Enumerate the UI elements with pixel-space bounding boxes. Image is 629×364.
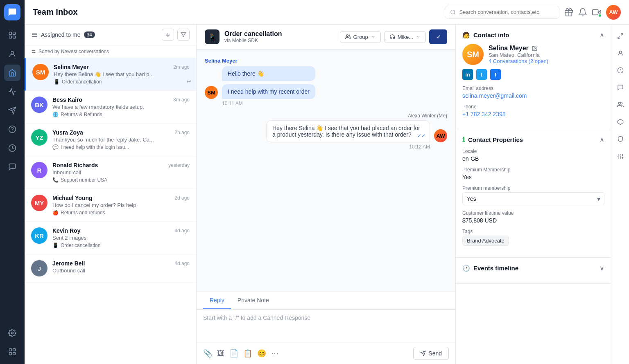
notification-icon-wrap[interactable]	[578, 8, 587, 17]
nav-help[interactable]	[4, 121, 20, 137]
search-bar[interactable]	[445, 6, 559, 19]
svg-line-15	[454, 13, 455, 14]
attachment-icon[interactable]: 📎	[203, 349, 212, 358]
premium-value: Yes	[462, 174, 604, 180]
strip-chat-icon[interactable]	[613, 80, 628, 95]
sidebar-controls: Assigned to me 34	[25, 25, 196, 45]
conv-avatar-selina: SM	[32, 64, 49, 80]
strip-info-icon[interactable]	[613, 63, 628, 78]
edit-icon[interactable]	[532, 45, 538, 51]
conv-item-selina-meyer[interactable]: SM Selina Meyer 2m ago Hey there Selina …	[25, 58, 196, 91]
contact-properties-header: ℹ Contact Properties ∧	[462, 136, 604, 144]
premium-select-field: Premium membership Yes No ▾	[462, 185, 604, 205]
resolve-button[interactable]	[429, 29, 447, 44]
template-icon[interactable]: 📋	[243, 349, 252, 358]
events-timeline-header[interactable]: 🕐 Events timeline ∨	[462, 264, 604, 272]
assigned-text: Assigned to me	[41, 31, 81, 38]
premium-select[interactable]: Yes No	[462, 192, 604, 205]
chat-header-actions: Group Mike...	[340, 29, 447, 44]
conv-item-michael-young[interactable]: MY Michael Young 2d ago How do I cancel …	[25, 189, 196, 222]
conv-item-kevin-roy[interactable]: KR Kevin Roy 4d ago Sent 2 images 📱 Orde…	[25, 222, 196, 254]
more-options-icon[interactable]: ⋯	[271, 349, 278, 358]
conv-avatar-ronald: R	[31, 162, 48, 178]
sort-button[interactable]	[162, 29, 174, 41]
chat-subtitle: via Mobile SDK	[224, 38, 335, 43]
phone-value[interactable]: +1 782 342 2398	[462, 111, 604, 117]
reply-tabs: Reply Private Note	[197, 292, 455, 310]
svg-rect-12	[9, 353, 12, 355]
user-avatar[interactable]: AW	[606, 5, 621, 20]
chat-channel-icon: 📱	[205, 29, 219, 44]
whatsapp-icon: 💬	[52, 144, 59, 150]
conv-avatar-jerome: J	[31, 260, 48, 276]
group-button[interactable]: Group	[340, 31, 381, 43]
nav-contacts[interactable]	[4, 46, 20, 62]
strip-diamond-icon[interactable]	[613, 115, 628, 129]
nav-settings[interactable]	[4, 325, 20, 341]
events-timeline-title: 🕐 Events timeline	[462, 265, 518, 272]
status-icon-wrap[interactable]	[592, 8, 601, 17]
filter-button[interactable]	[177, 29, 190, 41]
email-value[interactable]: selina.meyer@gmail.com	[462, 92, 604, 99]
properties-collapse-icon[interactable]: ∧	[600, 136, 604, 144]
linkedin-icon[interactable]: in	[462, 69, 473, 80]
facebook-icon[interactable]: f	[490, 69, 501, 80]
tab-reply[interactable]: Reply	[203, 292, 231, 309]
conv-name: Michael Young	[52, 195, 93, 201]
msg-time: 10:11 AM	[205, 101, 447, 106]
twitter-icon[interactable]: t	[476, 69, 487, 80]
emoji-icon[interactable]: 😊	[257, 349, 266, 358]
events-timeline-section: 🕐 Events timeline ∨	[456, 258, 611, 284]
msg-avatar-selina: SM	[205, 86, 218, 99]
nav-money[interactable]	[4, 140, 20, 156]
sort-text: Sorted by Newest conversations	[38, 49, 109, 54]
events-collapse-icon[interactable]: ∨	[600, 264, 604, 272]
strip-people-icon[interactable]	[613, 97, 628, 112]
agent-button[interactable]: Mike...	[384, 31, 426, 43]
mobile-icon: 📱	[54, 79, 60, 85]
premium-select-label: Premium membership	[462, 185, 604, 191]
nav-chat[interactable]	[4, 159, 20, 175]
main-chat: 📱 Order cancellation via Mobile SDK Grou…	[197, 25, 455, 364]
article-icon[interactable]: 📄	[229, 349, 238, 358]
tab-private-note[interactable]: Private Note	[231, 292, 276, 309]
locale-label: Locale	[462, 148, 604, 154]
search-input[interactable]	[459, 9, 554, 15]
strip-sliders-icon[interactable]	[613, 149, 628, 164]
nav-inbox[interactable]	[4, 65, 20, 81]
nav-dashboard[interactable]	[4, 27, 20, 43]
conv-preview: Outbound call	[52, 267, 190, 274]
send-button[interactable]: Send	[413, 347, 449, 360]
brand-advocate-tag: Brand Advocate	[462, 236, 509, 246]
contact-location: San Mateo, California	[489, 52, 548, 58]
chat-header: 📱 Order cancellation via Mobile SDK Grou…	[197, 25, 455, 49]
reply-indicator-icon: ↩	[186, 78, 191, 85]
strip-expand-icon[interactable]	[613, 29, 628, 43]
nav-reports[interactable]	[4, 83, 20, 100]
contact-conversations-link[interactable]: 4 Conversations (2 open)	[489, 58, 548, 64]
conv-item-ronald-richards[interactable]: R Ronald Richards yesterday Inbound call…	[25, 156, 196, 189]
conv-tag: 🍎 Returns and refunds	[52, 210, 190, 216]
strip-person-icon[interactable]	[613, 46, 628, 61]
conv-tag: 📱 Order cancellation	[54, 79, 190, 85]
collapse-icon[interactable]: ∧	[600, 31, 604, 39]
nav-campaigns[interactable]	[4, 102, 20, 119]
app-logo[interactable]	[4, 4, 20, 20]
clv-value: $75,808 USD	[462, 217, 604, 224]
chat-messages: Selina Meyer SM Hello there 👋 I need hel…	[197, 49, 455, 292]
send-icon	[420, 351, 426, 356]
conv-avatar-michael: MY	[31, 195, 48, 211]
nav-grid[interactable]	[4, 344, 20, 360]
conv-item-yusra-zoya[interactable]: YZ Yusra Zoya 2h ago Thankyou so much fo…	[25, 124, 196, 156]
conv-tag: 🌐 Returns & Refunds	[52, 112, 190, 117]
image-icon[interactable]: 🖼	[217, 349, 224, 358]
gift-icon-wrap[interactable]	[564, 8, 573, 17]
reply-input[interactable]: Start with a "/" to add a Canned Respons…	[197, 310, 455, 342]
conv-item-jerome-bell[interactable]: J Jerome Bell 4d ago Outbound call	[25, 254, 196, 283]
contact-properties-title: ℹ Contact Properties	[462, 136, 523, 144]
conv-body-kevin: Kevin Roy 4d ago Sent 2 images 📱 Order c…	[52, 227, 190, 248]
strip-shield-icon[interactable]	[613, 132, 628, 146]
svg-point-14	[451, 10, 455, 14]
conv-item-bess-kairo[interactable]: BK Bess Kairo 8m ago We have a few manda…	[25, 91, 196, 124]
contact-info-header: 🧑 Contact info ∧	[462, 31, 604, 39]
